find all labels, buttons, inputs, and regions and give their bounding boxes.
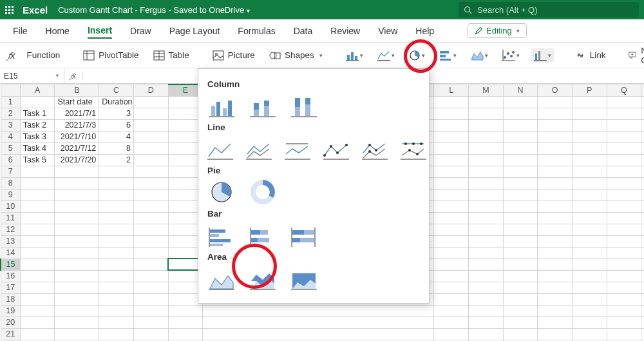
stacked-line-100-markers-icon[interactable] [401, 137, 426, 161]
editing-mode-button[interactable]: Editing ▾ [468, 23, 527, 38]
search-icon [464, 6, 472, 14]
picture-button[interactable]: Picture [210, 49, 258, 62]
ribbon-tabs: File Home Insert Draw Page Layout Formul… [0, 19, 644, 43]
svg-point-62 [375, 149, 377, 151]
svg-rect-75 [210, 234, 219, 237]
stacked-bar-100-icon[interactable] [290, 224, 318, 247]
svg-rect-2 [84, 51, 94, 60]
section-pie: Pie [207, 166, 420, 175]
col-header[interactable]: Q [607, 84, 641, 96]
svg-point-68 [420, 142, 422, 145]
svg-rect-21 [440, 59, 451, 61]
area-icon[interactable] [207, 267, 236, 290]
tab-home[interactable]: Home [46, 26, 70, 36]
svg-rect-85 [304, 230, 314, 235]
line-chart-button[interactable]: ▾ [375, 48, 397, 63]
svg-rect-47 [295, 98, 300, 107]
new-comment-button[interactable]: New Comment [626, 44, 644, 66]
svg-rect-76 [210, 239, 231, 242]
search-input[interactable]: Search (Alt + Q) [459, 2, 639, 17]
app-name: Excel [23, 5, 48, 15]
svg-line-1 [469, 11, 471, 13]
col-header[interactable]: B [55, 84, 99, 96]
tab-page-layout[interactable]: Page Layout [169, 26, 220, 36]
chevron-down-icon: ▾ [516, 28, 520, 34]
col-header[interactable]: P [572, 84, 607, 96]
tab-insert[interactable]: Insert [88, 25, 112, 39]
tab-data[interactable]: Data [294, 26, 313, 36]
stacked-line-markers-icon[interactable] [362, 137, 388, 161]
search-placeholder: Search (Alt + Q) [477, 5, 538, 15]
tab-view[interactable]: View [378, 26, 397, 36]
col-header[interactable]: A [20, 84, 55, 96]
stacked-area-100-icon[interactable] [290, 267, 318, 290]
tab-file[interactable]: File [13, 26, 28, 36]
select-all-corner[interactable] [1, 84, 20, 96]
chart-types-panel: Column Line Pie Bar Area [198, 68, 430, 304]
svg-point-25 [510, 55, 512, 57]
column-chart-button[interactable]: ▾ [343, 48, 366, 63]
stacked-area-icon[interactable] [249, 267, 277, 290]
pie-icon[interactable] [207, 180, 236, 204]
col-header[interactable]: M [469, 84, 504, 96]
col-header[interactable]: N [503, 84, 538, 96]
link-button[interactable]: Link [572, 49, 609, 62]
stacked-line-100-icon[interactable] [285, 137, 310, 161]
stacked-column-100-icon[interactable] [290, 94, 318, 117]
function-button[interactable]: Function [24, 49, 63, 61]
scatter-chart-button[interactable]: ▾ [500, 48, 522, 63]
table-button[interactable]: Table [151, 49, 192, 62]
svg-rect-79 [251, 230, 260, 235]
col-header[interactable]: R [641, 84, 644, 96]
svg-rect-50 [305, 104, 310, 116]
bar-chart-button[interactable]: ▾ [437, 48, 459, 63]
section-area: Area [207, 252, 420, 262]
svg-point-61 [368, 144, 371, 146]
line-markers-icon[interactable] [323, 137, 349, 161]
tab-draw[interactable]: Draw [130, 26, 151, 36]
app-launcher-icon[interactable] [5, 6, 14, 14]
svg-rect-9 [213, 51, 223, 60]
svg-point-66 [404, 142, 407, 145]
svg-rect-82 [258, 238, 269, 242]
clustered-bar-icon[interactable] [207, 224, 236, 247]
clustered-column-icon[interactable] [207, 94, 236, 117]
tab-formulas[interactable]: Formulas [238, 26, 275, 36]
stacked-line-icon[interactable] [246, 137, 272, 161]
svg-marker-22 [471, 52, 483, 60]
svg-rect-20 [440, 55, 446, 57]
svg-rect-81 [251, 238, 258, 242]
svg-rect-45 [264, 106, 269, 116]
col-header[interactable]: D [133, 84, 168, 96]
svg-point-69 [408, 149, 411, 151]
svg-rect-19 [440, 51, 449, 54]
svg-rect-74 [210, 229, 225, 233]
tab-review[interactable]: Review [330, 26, 360, 36]
document-title[interactable]: Custom Gantt Chart - Fergus - Saved to O… [58, 5, 250, 15]
line-icon[interactable] [207, 137, 233, 161]
svg-rect-84 [292, 230, 304, 235]
area-chart-button[interactable]: ▾ [468, 48, 491, 63]
fx-label: 𝑓x [8, 50, 15, 61]
fx-icon[interactable]: 𝑓x [64, 72, 82, 81]
ribbon-insert: 𝑓x Function PivotTable Table Picture Sha… [0, 43, 644, 68]
svg-rect-40 [228, 101, 232, 116]
tab-help[interactable]: Help [415, 26, 434, 36]
col-header[interactable]: L [434, 84, 469, 96]
shapes-button[interactable]: Shapes▾ [267, 49, 325, 62]
doughnut-icon[interactable] [249, 180, 277, 204]
other-charts-button[interactable]: ▾ [531, 48, 554, 63]
col-header[interactable]: O [538, 84, 573, 96]
svg-point-57 [330, 145, 332, 148]
svg-rect-44 [264, 101, 269, 106]
stacked-column-icon[interactable] [249, 94, 277, 117]
svg-rect-15 [355, 56, 357, 60]
svg-point-67 [412, 142, 415, 145]
name-box[interactable]: E15▼ [0, 69, 64, 83]
chevron-down-icon: ▾ [247, 7, 250, 14]
col-header[interactable]: C [99, 84, 134, 96]
svg-rect-43 [254, 110, 259, 116]
stacked-bar-icon[interactable] [249, 224, 277, 247]
pie-chart-button[interactable]: ▾ [406, 48, 428, 63]
pivottable-button[interactable]: PivotTable [80, 49, 141, 62]
